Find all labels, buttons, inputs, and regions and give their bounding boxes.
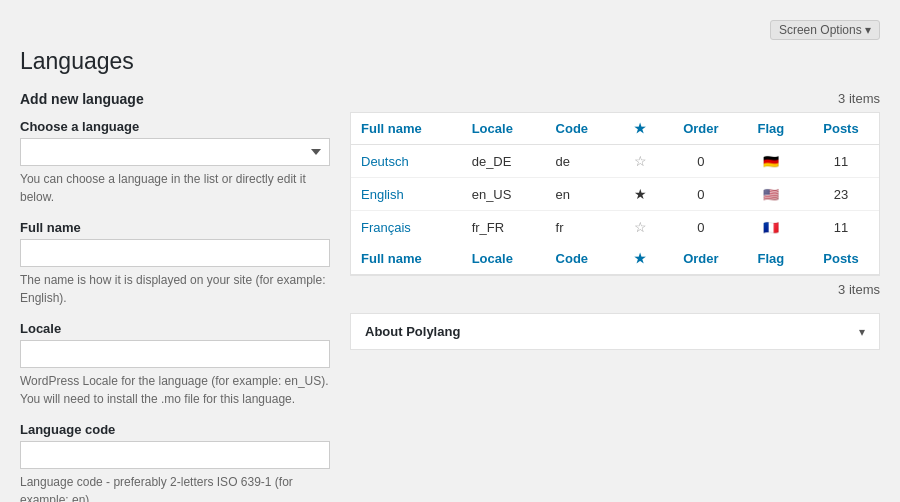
- language-code-group: Language code Language code - preferably…: [20, 422, 330, 502]
- table-row: English en_US en ★ 0 🇺🇸 23: [351, 178, 879, 211]
- left-panel: Add new language Choose a language You c…: [20, 91, 330, 502]
- lang-posts-cell: 11: [803, 145, 879, 178]
- items-count-top: 3 items: [350, 91, 880, 106]
- lang-locale-cell: en_US: [462, 178, 546, 211]
- col-locale-header[interactable]: Locale: [462, 113, 546, 145]
- choose-language-select[interactable]: [20, 138, 330, 166]
- lang-order-cell: 0: [663, 211, 739, 244]
- lang-posts-cell: 23: [803, 178, 879, 211]
- lang-locale-cell: fr_FR: [462, 211, 546, 244]
- col-posts-footer[interactable]: Posts: [803, 243, 879, 275]
- col-star-header[interactable]: ★: [618, 113, 663, 145]
- lang-flag-cell: 🇩🇪: [739, 145, 803, 178]
- lang-name-link[interactable]: Deutsch: [361, 154, 409, 169]
- about-polylang-title: About Polylang: [365, 324, 460, 339]
- col-flag-footer[interactable]: Flag: [739, 243, 803, 275]
- lang-posts-cell: 11: [803, 211, 879, 244]
- col-full-name-footer[interactable]: Full name: [351, 243, 462, 275]
- star-icon[interactable]: ★: [634, 186, 647, 202]
- choose-language-group: Choose a language You can choose a langu…: [20, 119, 330, 206]
- star-icon[interactable]: ☆: [634, 219, 647, 235]
- screen-options-button[interactable]: Screen Options ▾: [770, 20, 880, 40]
- add-language-title: Add new language: [20, 91, 330, 107]
- lang-name-link[interactable]: English: [361, 187, 404, 202]
- col-posts-header[interactable]: Posts: [803, 113, 879, 145]
- col-code-footer[interactable]: Code: [546, 243, 618, 275]
- full-name-label: Full name: [20, 220, 330, 235]
- full-name-group: Full name The name is how it is displaye…: [20, 220, 330, 307]
- screen-options-chevron: ▾: [865, 23, 871, 37]
- page-title: Languages: [20, 48, 880, 75]
- full-name-input[interactable]: [20, 239, 330, 267]
- locale-input[interactable]: [20, 340, 330, 368]
- lang-name-cell: Français: [351, 211, 462, 244]
- table-row: Français fr_FR fr ☆ 0 🇫🇷 11: [351, 211, 879, 244]
- lang-code-cell: fr: [546, 211, 618, 244]
- lang-order-cell: 0: [663, 178, 739, 211]
- languages-table-wrapper: Full name Locale Code ★ Order Flag Posts…: [350, 112, 880, 276]
- lang-locale-cell: de_DE: [462, 145, 546, 178]
- lang-star-cell[interactable]: ☆: [618, 145, 663, 178]
- choose-language-label: Choose a language: [20, 119, 330, 134]
- star-icon[interactable]: ☆: [634, 153, 647, 169]
- language-code-help: Language code - preferably 2-letters ISO…: [20, 473, 330, 502]
- lang-name-cell: Deutsch: [351, 145, 462, 178]
- col-order-footer[interactable]: Order: [663, 243, 739, 275]
- col-order-header[interactable]: Order: [663, 113, 739, 145]
- lang-order-cell: 0: [663, 145, 739, 178]
- locale-label: Locale: [20, 321, 330, 336]
- locale-group: Locale WordPress Locale for the language…: [20, 321, 330, 408]
- about-polylang-section: About Polylang ▾: [350, 313, 880, 350]
- col-full-name-header[interactable]: Full name: [351, 113, 462, 145]
- items-count-bottom: 3 items: [350, 282, 880, 297]
- table-row: Deutsch de_DE de ☆ 0 🇩🇪 11: [351, 145, 879, 178]
- col-star-footer[interactable]: ★: [618, 243, 663, 275]
- table-header-row: Full name Locale Code ★ Order Flag Posts: [351, 113, 879, 145]
- screen-options-label: Screen Options: [779, 23, 862, 37]
- lang-name-cell: English: [351, 178, 462, 211]
- lang-name-link[interactable]: Français: [361, 220, 411, 235]
- lang-star-cell[interactable]: ☆: [618, 211, 663, 244]
- full-name-help: The name is how it is displayed on your …: [20, 271, 330, 307]
- language-code-input[interactable]: [20, 441, 330, 469]
- about-polylang-chevron: ▾: [859, 325, 865, 339]
- table-footer-row: Full name Locale Code ★ Order Flag Posts: [351, 243, 879, 275]
- col-code-header[interactable]: Code: [546, 113, 618, 145]
- main-layout: Add new language Choose a language You c…: [20, 91, 880, 502]
- language-code-label: Language code: [20, 422, 330, 437]
- right-panel: 3 items Full name Locale Code ★ Order Fl…: [350, 91, 880, 502]
- languages-table: Full name Locale Code ★ Order Flag Posts…: [351, 113, 879, 275]
- locale-help: WordPress Locale for the language (for e…: [20, 372, 330, 408]
- col-flag-header[interactable]: Flag: [739, 113, 803, 145]
- lang-star-cell[interactable]: ★: [618, 178, 663, 211]
- lang-code-cell: en: [546, 178, 618, 211]
- choose-language-help: You can choose a language in the list or…: [20, 170, 330, 206]
- col-locale-footer[interactable]: Locale: [462, 243, 546, 275]
- lang-flag-cell: 🇺🇸: [739, 178, 803, 211]
- about-polylang-header[interactable]: About Polylang ▾: [351, 314, 879, 349]
- lang-code-cell: de: [546, 145, 618, 178]
- lang-flag-cell: 🇫🇷: [739, 211, 803, 244]
